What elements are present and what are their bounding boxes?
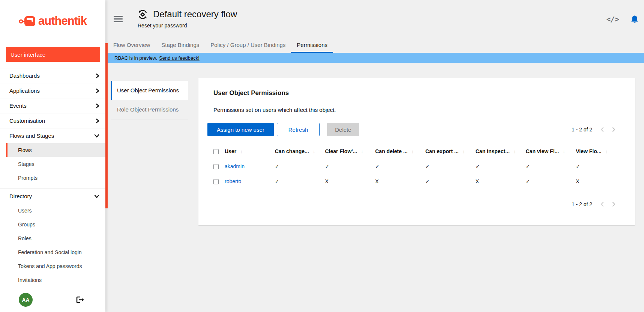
sort-icon[interactable]: ↕ — [361, 149, 363, 154]
permission-cell: ✓ — [526, 159, 576, 174]
pagination-label: 1 - 2 of 2 — [572, 201, 592, 207]
pagination-prev-button[interactable] — [600, 127, 604, 132]
column-header-can-export: Can export ...↕ — [425, 144, 476, 159]
rbac-preview-banner: RBAC is in preview. Send us feedback! — [108, 53, 644, 63]
user-link[interactable]: akadmin — [225, 163, 245, 169]
permission-cell: ✓ — [476, 159, 526, 174]
chevron-down-icon — [94, 134, 99, 138]
permission-cell: X — [375, 174, 425, 189]
sidebar-item-roles[interactable]: Roles — [0, 231, 105, 245]
user-interface-button[interactable]: User interface — [6, 47, 100, 62]
permission-cell: X — [476, 174, 526, 189]
sign-out-icon — [76, 296, 84, 303]
tab-stage-bindings[interactable]: Stage Bindings — [156, 38, 205, 53]
table-row: akadmin ✓ ✓ ✓ ✓ ✓ ✓ ✓ — [207, 159, 626, 174]
sidebar-item-invitations[interactable]: Invitations — [0, 273, 105, 287]
chevron-left-icon — [600, 202, 604, 207]
sidebar-item-prompts[interactable]: Prompts — [0, 171, 105, 185]
code-icon: </> — [606, 15, 619, 23]
authentik-logo: authentik — [0, 0, 105, 42]
sidebar-item-dashboards[interactable]: Dashboards — [0, 68, 105, 83]
pagination-next-button[interactable] — [612, 127, 615, 132]
logout-button[interactable] — [76, 296, 84, 303]
sidebar-item-flows[interactable]: Flows — [6, 143, 105, 157]
sort-icon[interactable]: ↕ — [605, 149, 608, 154]
object-permission-subtabs: User Object Permissions Role Object Perm… — [111, 81, 188, 119]
column-header-view-flow: View Flo...↕ — [576, 144, 626, 159]
banner-text: RBAC is in preview. — [114, 55, 157, 61]
flow-icon — [138, 9, 148, 20]
user-object-permissions-card: User Object Permissions Permissions set … — [198, 78, 635, 225]
sidebar-item-stages[interactable]: Stages — [0, 157, 105, 171]
toolbar: Assign to new user Refresh Delete 1 - 2 … — [207, 123, 626, 136]
permissions-table: User↕ Can change...↕ Clear Flow'...↕ Can… — [207, 144, 626, 189]
subtab-role-object-permissions[interactable]: Role Object Permissions — [111, 100, 188, 119]
permission-cell: ✓ — [275, 174, 325, 189]
notifications-button[interactable] — [630, 15, 639, 24]
pagination-next-button[interactable] — [612, 202, 615, 207]
tab-permissions[interactable]: Permissions — [291, 38, 333, 53]
chevron-left-icon — [600, 127, 604, 132]
user-link[interactable]: roberto — [225, 178, 241, 184]
column-header-can-inspect: Can inspect...↕ — [476, 144, 526, 159]
permission-cell: ✓ — [425, 159, 476, 174]
sort-icon[interactable]: ↕ — [313, 149, 315, 154]
sort-icon[interactable]: ↕ — [563, 149, 565, 154]
table-row: roberto ✓ X X ✓ X ✓ X — [207, 174, 626, 189]
bell-icon — [630, 15, 639, 24]
sidebar-item-federation-social-login[interactable]: Federation and Social login — [0, 245, 105, 259]
chevron-right-icon — [612, 127, 615, 132]
sort-icon[interactable]: ↕ — [240, 149, 243, 154]
permission-cell: ✓ — [375, 159, 425, 174]
logo-text: authentik — [38, 14, 87, 28]
row-checkbox[interactable] — [213, 179, 219, 184]
refresh-button[interactable]: Refresh — [277, 123, 320, 136]
page-title: Default recovery flow — [153, 9, 237, 20]
card-heading: User Object Permissions — [213, 89, 626, 97]
sidebar-item-label: Flows and Stages — [9, 133, 54, 139]
sort-icon[interactable]: ↕ — [411, 149, 414, 154]
sidebar-item-users[interactable]: Users — [0, 203, 105, 217]
sort-icon[interactable]: ↕ — [462, 149, 465, 154]
table-header-row: User↕ Can change...↕ Clear Flow'...↕ Can… — [207, 144, 626, 159]
permission-cell: ✓ — [526, 174, 576, 189]
avatar[interactable]: AA — [19, 293, 33, 307]
delete-button[interactable]: Delete — [327, 123, 359, 136]
sidebar-item-customisation[interactable]: Customisation — [0, 113, 105, 128]
sidebar-item-label: Directory — [9, 193, 32, 199]
column-header-user: User↕ — [225, 144, 275, 159]
page-title-block: Default recovery flow Reset your passwor… — [138, 9, 237, 29]
sidebar-item-groups[interactable]: Groups — [0, 217, 105, 231]
sidebar-item-tokens-app-passwords[interactable]: Tokens and App passwords — [0, 259, 105, 273]
chevron-right-icon — [96, 118, 99, 124]
column-header-can-change: Can change...↕ — [275, 144, 325, 159]
chevron-right-icon — [612, 202, 615, 207]
subtab-user-object-permissions[interactable]: User Object Permissions — [111, 81, 188, 100]
chevron-right-icon — [96, 88, 99, 93]
pagination-top: 1 - 2 of 2 — [572, 127, 626, 133]
permission-cell: ✓ — [275, 159, 325, 174]
sidebar-item-flows-and-stages[interactable]: Flows and Stages — [0, 128, 105, 143]
sidebar-item-directory[interactable]: Directory — [0, 188, 105, 203]
row-checkbox[interactable] — [213, 164, 219, 169]
tab-policy-group-user-bindings[interactable]: Policy / Group / User Bindings — [205, 38, 291, 53]
feedback-link[interactable]: Send us feedback! — [159, 55, 200, 61]
sort-icon[interactable]: ↕ — [513, 149, 516, 154]
sidebar-item-label: Customisation — [9, 118, 45, 124]
tab-flow-overview[interactable]: Flow Overview — [108, 38, 156, 53]
sidebar-item-label: Applications — [9, 87, 40, 94]
hamburger-menu-button[interactable] — [114, 16, 123, 24]
content-accent-bar — [105, 43, 108, 208]
permission-cell: X — [325, 174, 375, 189]
select-all-checkbox[interactable] — [213, 149, 219, 154]
chevron-down-icon — [94, 194, 99, 198]
assign-to-new-user-button[interactable]: Assign to new user — [207, 123, 274, 136]
sidebar-item-applications[interactable]: Applications — [0, 83, 105, 98]
column-header-clear-flow: Clear Flow'...↕ — [325, 144, 375, 159]
pagination-prev-button[interactable] — [600, 202, 604, 207]
pagination-bottom: 1 - 2 of 2 — [572, 201, 626, 207]
sidebar-item-events[interactable]: Events — [0, 98, 105, 113]
content-area: User Object Permissions Role Object Perm… — [108, 63, 644, 312]
api-drawer-button[interactable]: </> — [606, 19, 619, 20]
column-header-can-delete: Can delete ...↕ — [375, 144, 425, 159]
